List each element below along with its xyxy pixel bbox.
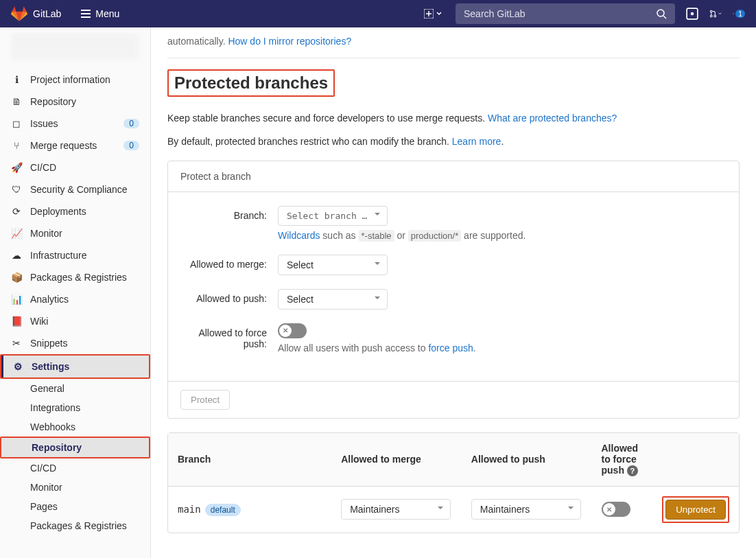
section-desc-2: By default, protected branches restrict …: [167, 134, 740, 149]
sidebar-item-issues[interactable]: ◻Issues0: [0, 113, 150, 135]
protect-button[interactable]: Protect: [180, 390, 230, 410]
merge-select[interactable]: Select: [278, 255, 388, 275]
package-icon: 📦: [11, 272, 22, 283]
info-icon: ℹ: [11, 74, 22, 85]
issues-icon: ◻: [11, 118, 22, 129]
deploy-icon: ⟳: [11, 206, 22, 217]
table-row: maindefault Maintainers Maintainers Unpr…: [168, 487, 739, 533]
hamburger-icon: [80, 8, 91, 19]
svg-point-3: [691, 12, 694, 16]
search-input-wrapper[interactable]: [456, 3, 675, 24]
settings-sub-pages[interactable]: Pages: [0, 497, 150, 516]
file-icon: 🗎: [11, 96, 22, 107]
help-icon[interactable]: ?: [627, 465, 638, 476]
sidebar-item-project-info[interactable]: ℹProject information: [0, 69, 150, 91]
settings-sub-cicd[interactable]: CI/CD: [0, 458, 150, 478]
push-label: Allowed to push:: [182, 289, 278, 310]
settings-sub-webhooks[interactable]: Webhooks: [0, 417, 150, 437]
sidebar-item-settings[interactable]: ⚙Settings: [1, 356, 149, 377]
settings-sub-monitor[interactable]: Monitor: [0, 478, 150, 497]
svg-rect-7: [733, 13, 734, 14]
branch-label: Branch:: [182, 206, 278, 241]
mirror-link[interactable]: How do I mirror repositories?: [228, 36, 351, 47]
col-actions: [652, 433, 739, 487]
svg-point-6: [714, 15, 716, 17]
sidebar: ℹProject information 🗎Repository ◻Issues…: [0, 27, 151, 558]
section-heading: Protected branches: [169, 71, 333, 95]
force-push-hint: Allow all users with push access to forc…: [278, 342, 725, 353]
scissors-icon: ✂: [11, 338, 22, 349]
menu-label: Menu: [95, 8, 119, 19]
menu-button[interactable]: Menu: [75, 5, 125, 22]
sidebar-item-packages[interactable]: 📦Packages & Registries: [0, 266, 150, 288]
sidebar-item-merge-requests[interactable]: ⑂Merge requests0: [0, 135, 150, 156]
svg-point-5: [710, 15, 712, 17]
default-badge: default: [205, 504, 241, 516]
panel-title: Protect a branch: [168, 161, 739, 192]
row-force-toggle[interactable]: [602, 502, 630, 517]
unprotect-button[interactable]: Unprotect: [665, 500, 726, 520]
divider: [167, 58, 740, 58]
what-are-link[interactable]: What are protected branches?: [488, 113, 617, 124]
protected-branches-table: Branch Allowed to merge Allowed to push …: [167, 432, 740, 533]
learn-more-link[interactable]: Learn more: [452, 136, 501, 147]
sidebar-item-wiki[interactable]: 📕Wiki: [0, 310, 150, 332]
svg-point-1: [657, 10, 664, 16]
force-push-toggle[interactable]: [278, 323, 307, 338]
sidebar-item-monitor[interactable]: 📈Monitor: [0, 222, 150, 244]
sidebar-item-snippets[interactable]: ✂Snippets: [0, 332, 150, 354]
col-force: Allowed to force push ?: [592, 433, 653, 487]
section-desc-1: Keep stable branches secure and force de…: [167, 111, 740, 126]
push-select[interactable]: Select: [278, 289, 388, 310]
todo-count: 1: [735, 10, 745, 18]
search-icon: [656, 8, 667, 19]
project-context[interactable]: [11, 33, 139, 60]
col-branch: Branch: [168, 433, 331, 487]
sidebar-item-analytics[interactable]: 📊Analytics: [0, 288, 150, 310]
settings-sub-integrations[interactable]: Integrations: [0, 398, 150, 417]
settings-sub-packages[interactable]: Packages & Registries: [0, 516, 150, 535]
col-merge: Allowed to merge: [331, 433, 462, 487]
merge-icon: ⑂: [11, 140, 22, 151]
settings-sub-general[interactable]: General: [0, 379, 150, 398]
cloud-icon: ☁: [11, 250, 22, 261]
book-icon: 📕: [11, 316, 22, 327]
rocket-icon: 🚀: [11, 162, 22, 173]
monitor-icon: 📈: [11, 228, 22, 239]
chart-icon: 📊: [11, 294, 22, 305]
chevron-down-icon: [436, 11, 442, 16]
truncated-prev-section: automatically. How do I mirror repositor…: [167, 27, 740, 47]
svg-point-4: [710, 10, 712, 12]
sidebar-item-security[interactable]: 🛡Security & Compliance: [0, 178, 150, 200]
gear-icon: ⚙: [12, 361, 23, 372]
todos-shortcut[interactable]: 1: [733, 8, 745, 20]
issues-shortcut[interactable]: [686, 8, 698, 20]
sidebar-item-deployments[interactable]: ⟳Deployments: [0, 200, 150, 222]
sidebar-item-cicd[interactable]: 🚀CI/CD: [0, 156, 150, 178]
merge-label: Allowed to merge:: [182, 255, 278, 275]
tanuki-icon: [11, 5, 27, 22]
row-merge-select[interactable]: Maintainers: [341, 499, 451, 520]
row-push-select[interactable]: Maintainers: [471, 499, 581, 520]
wildcards-link[interactable]: Wildcards: [278, 230, 320, 241]
brand-text: GitLab: [33, 8, 61, 19]
branch-select[interactable]: Select branch …: [278, 206, 388, 226]
chevron-down-icon: [718, 11, 722, 16]
protect-branch-panel: Protect a branch Branch: Select branch ……: [167, 161, 740, 419]
shield-icon: 🛡: [11, 184, 22, 195]
new-dropdown[interactable]: [421, 6, 445, 21]
wildcards-hint: Wildcards such as *-stable or production…: [278, 230, 725, 241]
settings-sub-repository[interactable]: Repository: [1, 438, 149, 457]
search-input[interactable]: [464, 8, 656, 19]
table-header-row: Branch Allowed to merge Allowed to push …: [168, 433, 739, 487]
sidebar-item-repository[interactable]: 🗎Repository: [0, 91, 150, 113]
plus-icon: [424, 9, 434, 19]
sidebar-item-infrastructure[interactable]: ☁Infrastructure: [0, 244, 150, 266]
force-push-label: Allowed to force push:: [182, 323, 278, 353]
branch-name: main: [178, 504, 201, 515]
force-push-link[interactable]: force push: [428, 342, 473, 353]
gitlab-logo[interactable]: GitLab: [11, 5, 61, 22]
main-content: automatically. How do I mirror repositor…: [151, 27, 756, 558]
merge-requests-shortcut[interactable]: [709, 8, 722, 20]
col-push: Allowed to push: [462, 433, 592, 487]
